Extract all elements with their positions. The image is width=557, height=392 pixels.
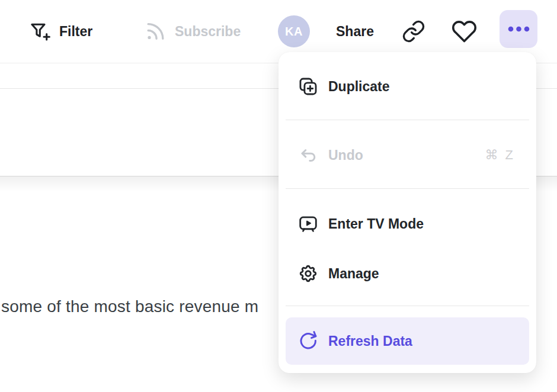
- menu-item-label: Refresh Data: [328, 333, 412, 349]
- context-menu: Duplicate Undo ⌘ Z Enter TV M: [278, 52, 536, 373]
- link-icon: [402, 20, 425, 43]
- menu-item-refresh-data[interactable]: Refresh Data: [286, 317, 529, 365]
- avatar-initials: KA: [285, 25, 303, 38]
- gear-icon: [298, 264, 318, 284]
- heart-icon: [452, 19, 477, 44]
- refresh-icon: [298, 331, 318, 351]
- copy-link-button[interactable]: [402, 20, 425, 43]
- menu-item-label: Enter TV Mode: [328, 216, 424, 232]
- favorite-button[interactable]: [452, 19, 477, 44]
- undo-icon: [298, 145, 318, 165]
- menu-item-duplicate[interactable]: Duplicate: [286, 62, 529, 111]
- menu-divider: [286, 306, 529, 306]
- more-options-button[interactable]: [500, 10, 537, 48]
- ellipsis-icon: [508, 26, 530, 32]
- filter-button[interactable]: Filter: [28, 21, 92, 43]
- menu-divider: [286, 120, 529, 120]
- menu-divider: [286, 188, 529, 189]
- duplicate-icon: [298, 76, 318, 97]
- subscribe-label: Subscribe: [175, 24, 241, 40]
- rss-icon: [145, 21, 167, 43]
- menu-item-label: Manage: [328, 266, 379, 282]
- tv-icon: [298, 214, 318, 234]
- share-button[interactable]: Share: [336, 24, 374, 40]
- menu-item-undo: Undo ⌘ Z: [286, 130, 529, 180]
- dashboard-text-fragment: some of the most basic revenue m: [1, 297, 258, 316]
- share-label: Share: [336, 24, 374, 40]
- menu-item-label: Duplicate: [328, 79, 390, 95]
- undo-shortcut: ⌘ Z: [485, 147, 515, 163]
- subscribe-button: Subscribe: [145, 21, 241, 43]
- menu-item-label: Undo: [328, 147, 363, 163]
- filter-plus-icon: [28, 21, 51, 43]
- menu-item-manage[interactable]: Manage: [286, 249, 529, 298]
- avatar[interactable]: KA: [278, 15, 310, 47]
- menu-item-enter-tv-mode[interactable]: Enter TV Mode: [286, 199, 529, 249]
- filter-label: Filter: [59, 24, 92, 40]
